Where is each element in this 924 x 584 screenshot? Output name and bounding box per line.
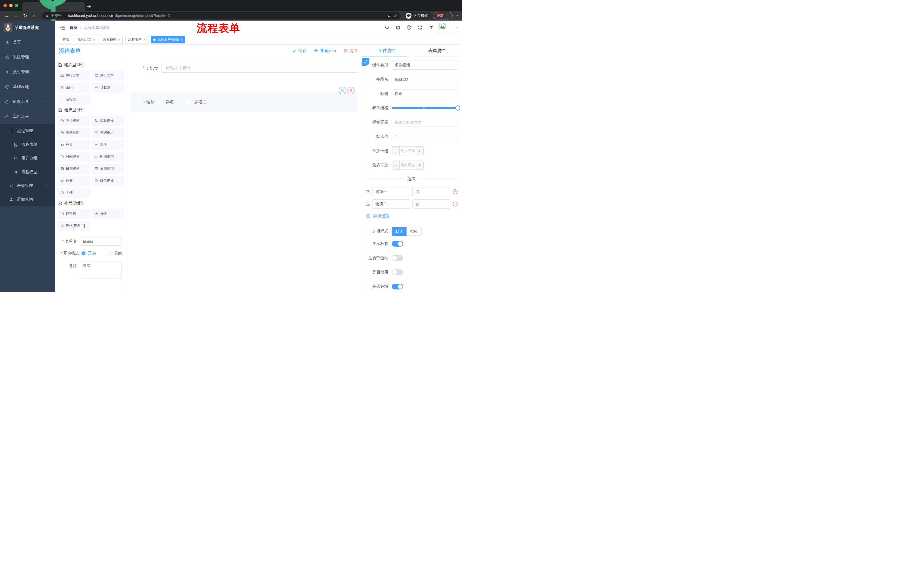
max-select-value[interactable]: 最多可选 (400, 161, 416, 169)
tag-流程定义[interactable]: 流程定义× (75, 36, 97, 43)
min-increase-button[interactable]: + (416, 146, 423, 155)
palette-item-滑块[interactable]: 滑块 (92, 140, 124, 150)
back-button[interactable]: ← (3, 13, 10, 18)
label-width-input[interactable] (392, 118, 458, 127)
home-button[interactable]: ⌂ (31, 13, 38, 18)
toggle-switch-显示标签[interactable] (392, 241, 403, 247)
form-grid-slider[interactable] (392, 104, 458, 113)
tag-流程表单[interactable]: 流程表单× (125, 36, 148, 43)
fullscreen-icon[interactable] (417, 25, 422, 30)
delete-component-button[interactable] (347, 87, 355, 94)
tab-component-props[interactable]: 组件属性 (362, 44, 412, 57)
sidebar-item-任务管理[interactable]: 任务管理 (0, 179, 55, 192)
form-name-input[interactable] (80, 237, 122, 246)
sidebar-item-首页[interactable]: 首页 (0, 35, 55, 50)
tag-close-icon[interactable]: × (181, 38, 182, 41)
reload-button[interactable]: ↻ (22, 13, 29, 19)
sidebar-item-系统管理[interactable]: 系统管理 (0, 50, 55, 64)
remove-option-icon[interactable] (452, 201, 458, 207)
phone-input[interactable] (162, 63, 358, 72)
breadcrumb-home[interactable]: 首页 (69, 25, 78, 30)
status-off-label[interactable]: 关闭 (114, 251, 122, 256)
remove-option-icon[interactable] (452, 189, 458, 194)
option-name-input[interactable] (372, 199, 410, 209)
title-input[interactable] (392, 89, 458, 98)
palette-item-日期范围[interactable]: 日期范围 (92, 164, 124, 174)
sidebar-item-基础设施[interactable]: 基础设施 (0, 79, 55, 94)
segment-按钮[interactable]: 按钮 (406, 227, 422, 236)
view-json-button[interactable]: 查看json (314, 48, 336, 53)
palette-item-计数器[interactable]: 123计数器 (92, 82, 124, 92)
form-remark-textarea[interactable]: 嘿嘿 (80, 261, 122, 279)
option-name-input[interactable] (372, 187, 410, 196)
status-off-radio[interactable] (108, 252, 112, 255)
palette-item-开关[interactable]: 开关 (58, 140, 90, 150)
minimize-window-button[interactable] (9, 4, 13, 7)
palette-item-按钮[interactable]: 按钮 (92, 209, 124, 219)
palette-item-时间选择[interactable]: 时间选择 (58, 152, 90, 162)
canvas-field-phone[interactable]: 手机号 (130, 63, 358, 72)
tag-流程模型[interactable]: 流程模型× (100, 36, 122, 43)
sidebar-item-工作流程[interactable]: 工作流程 (0, 109, 55, 124)
toggle-switch-是否必填[interactable] (392, 284, 403, 290)
status-on-label[interactable]: 开启 (88, 251, 96, 256)
copy-component-button[interactable] (339, 87, 346, 94)
min-decrease-button[interactable]: − (392, 146, 400, 155)
palette-item-编辑器[interactable]: 编辑器 (58, 95, 90, 105)
update-label[interactable]: 更新 (437, 13, 444, 18)
palette-item-时间范围[interactable]: 时间范围 (92, 152, 124, 162)
tag-首页[interactable]: 首页 (60, 36, 72, 43)
add-option-button[interactable]: 添加选项 (366, 213, 462, 219)
browser-menu-icon[interactable]: ⋮ (446, 14, 450, 18)
default-value-input[interactable] (392, 132, 458, 141)
sidebar-item-流程表单[interactable]: 流程表单 (0, 138, 55, 151)
sidebar-item-用户分组[interactable]: 用户分组 (0, 151, 55, 165)
address-bar[interactable]: 不安全 dashboard.yudao.iocoder.cn/bpm/manag… (42, 12, 401, 20)
palette-item-日期选择[interactable]: 日期选择 (58, 164, 90, 174)
field-name-input[interactable] (392, 75, 458, 84)
password-key-icon[interactable] (387, 14, 391, 18)
palette-item-上传[interactable]: 上传 (58, 188, 90, 198)
clear-button[interactable]: 清空 (343, 48, 358, 53)
min-select-value[interactable]: 至少应选 (400, 146, 416, 155)
browser-update-button[interactable]: 更新 ⋮ (434, 12, 452, 20)
close-window-button[interactable] (3, 4, 7, 7)
palette-item-表格[开发中][interactable]: 表格[开发中] (58, 221, 90, 231)
option-value-input[interactable] (412, 199, 450, 209)
bookmark-star-icon[interactable]: ☆ (393, 13, 397, 18)
help-icon[interactable] (406, 25, 411, 30)
palette-item-多选框组[interactable]: 多选框组 (92, 128, 124, 138)
font-size-icon[interactable]: TT (428, 25, 432, 30)
status-on-radio[interactable] (81, 252, 86, 255)
search-icon[interactable] (385, 25, 390, 30)
avatar[interactable] (439, 22, 450, 33)
toggle-switch-是否带边框[interactable] (392, 255, 403, 261)
sidebar-item-流程模型[interactable]: 流程模型 (0, 165, 55, 179)
avatar-caret-icon[interactable]: ▼ (456, 26, 459, 29)
gender-option-label[interactable]: 选项一 (165, 99, 178, 105)
component-type-select[interactable]: 多选框组 (392, 61, 458, 70)
sidebar-item-流程管理[interactable]: 流程管理 (0, 124, 55, 138)
max-decrease-button[interactable]: − (392, 161, 400, 169)
palette-item-评分[interactable]: 评分 (58, 176, 90, 186)
toolbar-caret-icon[interactable]: ▼ (456, 14, 459, 17)
palette-item-密码[interactable]: 密码 (58, 82, 90, 92)
gender-checkbox-选项一[interactable] (158, 100, 162, 104)
new-tab-button[interactable]: + (88, 3, 91, 10)
sidebar-item-支付管理[interactable]: ¥支付管理 (0, 64, 55, 79)
zoom-window-button[interactable] (15, 4, 18, 7)
palette-item-级联选择[interactable]: 级联选择 (92, 116, 124, 126)
forward-button[interactable]: → (13, 13, 20, 18)
sidebar-logo[interactable]: 芋道管理系统 (0, 21, 55, 35)
palette-item-多行文本[interactable]: 多行文本 (92, 71, 124, 81)
tab-form-props[interactable]: 表单属性 (412, 44, 462, 57)
form-canvas[interactable]: 手机号 性别 选项一选项二 (127, 57, 361, 292)
sidebar-item-研发工具[interactable]: 研发工具 (0, 94, 55, 109)
tag-close-icon[interactable]: × (93, 38, 95, 41)
security-label[interactable]: 不安全 (51, 13, 62, 18)
browser-tab[interactable]: 芋道管理系统 × (22, 2, 85, 11)
palette-item-行容器[interactable]: 行容器 (58, 209, 90, 219)
tag-close-icon[interactable]: × (118, 38, 120, 41)
github-icon[interactable] (396, 25, 401, 30)
gender-option-label[interactable]: 选项二 (195, 99, 207, 105)
